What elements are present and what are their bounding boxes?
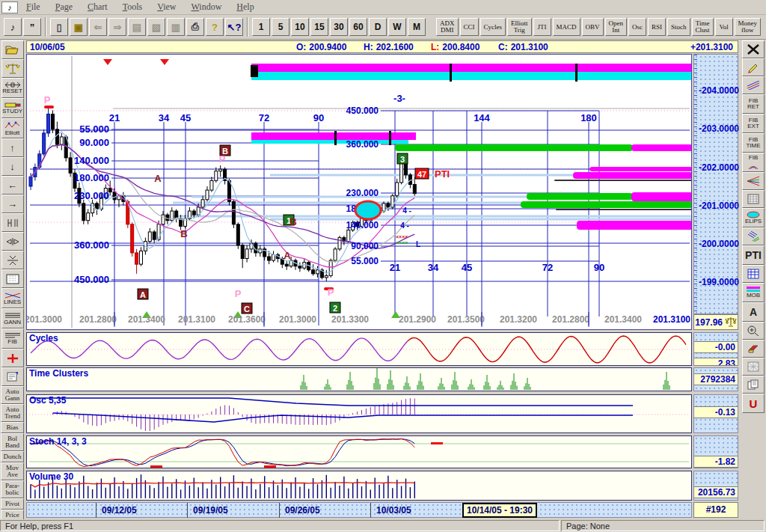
indicator-vol[interactable]: Vol (715, 18, 733, 36)
pencil-icon[interactable] (742, 58, 765, 76)
hatch-icon[interactable] (742, 227, 765, 245)
timeframe-10[interactable]: 10 (291, 18, 309, 36)
time-clusters-panel[interactable]: Time Clusters (26, 367, 692, 391)
menu-window[interactable]: Window (185, 0, 229, 14)
timeframe-60[interactable]: 60 (349, 18, 367, 36)
context-help-icon[interactable]: ↖? (225, 18, 243, 36)
status-help-text: For Help, press F1 (0, 520, 560, 531)
lines-icon[interactable]: LINES (1, 288, 24, 308)
compress-vertical-icon[interactable] (1, 251, 24, 269)
menu-view[interactable]: View (150, 0, 183, 14)
quotes-icon[interactable]: ” (23, 18, 41, 36)
blue-grid-icon[interactable] (742, 265, 765, 283)
arrow-down-icon[interactable]: ↓ (1, 157, 24, 176)
svg-text:C: C (244, 305, 250, 314)
cycles-value: -0.00 (694, 341, 738, 353)
menu-page[interactable]: Page (49, 0, 79, 14)
scales-icon[interactable] (724, 317, 738, 328)
sidebar-auto-trend-button[interactable]: AutoTrend (1, 404, 24, 422)
arrow-up-icon[interactable]: ↑ (1, 138, 24, 157)
mob-icon[interactable]: MOB (742, 283, 765, 302)
indicator-time-clust[interactable]: TimeClust (692, 18, 714, 36)
sidebar-donch-button[interactable]: Donch (1, 451, 24, 462)
dot-grid-icon[interactable] (1, 269, 24, 288)
save-icon[interactable]: ▣ (70, 18, 88, 36)
sidebar-para--bolic-button[interactable]: Para-bolic (1, 480, 24, 498)
indicator-open-int[interactable]: OpenInt (605, 18, 628, 36)
fib-lines-icon[interactable]: FIB (1, 328, 24, 349)
indicator-stoch[interactable]: Stoch (667, 18, 690, 36)
study-icon[interactable]: STUDY (1, 98, 24, 118)
expand-horizontal-icon[interactable] (1, 232, 24, 251)
svg-text:45: 45 (462, 262, 472, 273)
timeframe-15[interactable]: 15 (310, 18, 328, 36)
eraser-icon[interactable] (742, 340, 765, 358)
indicator-jti[interactable]: JTI (533, 18, 551, 36)
magnet-icon[interactable]: U (742, 394, 765, 413)
elliott-icon[interactable]: Elliott (1, 118, 24, 138)
close-icon[interactable] (742, 40, 765, 58)
chart-note-icon[interactable]: ♪ (4, 18, 22, 36)
fib-arc-icon[interactable]: FIB (742, 153, 765, 172)
indicator-elliott-trig[interactable]: ElliottTrig (507, 18, 532, 36)
print-icon[interactable]: ⎙ (186, 18, 204, 36)
indicator-obv[interactable]: OBV (582, 18, 604, 36)
price-scale[interactable]: -204.0000-203.0000-202.0000-201.0000-200… (693, 54, 738, 314)
indicator-adx-dmi[interactable]: ADXDMI (436, 18, 459, 36)
scales-icon[interactable] (1, 59, 24, 78)
menu-tools[interactable]: Tools (116, 0, 150, 14)
menu-file[interactable]: File (19, 0, 47, 14)
svg-text:140.000: 140.000 (74, 155, 109, 166)
timeframe-5[interactable]: 5 (272, 18, 289, 36)
osc-panel[interactable]: Osc 5,35 (26, 394, 692, 433)
indicator-cycles[interactable]: Cycles (480, 18, 506, 36)
menu-help[interactable]: Help (230, 0, 260, 14)
svg-text:90.000: 90.000 (351, 241, 379, 251)
sidebar-auto-gann-button[interactable]: AutoGann (1, 386, 24, 404)
timeframe-1[interactable]: 1 (252, 18, 270, 36)
arrow-left-icon[interactable]: ← (1, 176, 24, 195)
sidebar-mov-ave-button[interactable]: MovAve (1, 462, 24, 480)
indicator-money-flow[interactable]: Moneyflow (735, 18, 762, 36)
indicator-rsi[interactable]: RSI (648, 18, 666, 36)
menu-chart[interactable]: Chart (81, 0, 114, 14)
pages-icon[interactable] (742, 376, 765, 394)
sidebar-pivot-button[interactable]: Pivot (1, 498, 24, 510)
fan-lines-icon[interactable] (742, 172, 765, 190)
cycles-panel[interactable]: Cycles (26, 332, 692, 366)
timeframe-30[interactable]: 30 (330, 18, 348, 36)
open-folder-icon[interactable] (1, 40, 24, 59)
timeframe-M[interactable]: M (408, 18, 426, 36)
red-cross-icon[interactable] (1, 349, 24, 367)
indicator-cci[interactable]: CCI (460, 18, 479, 36)
indicator-macd[interactable]: MACD (553, 18, 580, 36)
chart-canvas[interactable]: 55.00090.000140.000180.000230.000360.000… (27, 55, 691, 329)
stoch-panel[interactable]: Stoch 14, 3, 3 (26, 435, 692, 468)
sidebar-bol-band-button[interactable]: BolBand (1, 433, 24, 451)
svg-text:201.2800: 201.2800 (552, 314, 589, 325)
new-page-icon[interactable]: ▯ (50, 18, 68, 36)
parallel-lines-icon[interactable] (742, 76, 765, 94)
fib-time-icon[interactable]: FIBTIME (742, 133, 765, 153)
indicator-osc[interactable]: Osc (628, 18, 646, 36)
pti-icon[interactable]: PTI (742, 245, 765, 265)
main-chart[interactable]: 55.00090.000140.000180.000230.000360.000… (26, 54, 692, 330)
ellipse-icon[interactable]: ELiPS (742, 208, 765, 227)
date-axis[interactable]: 10/14/05 - 19:30 09/12/0509/19/0509/26/0… (26, 502, 692, 518)
timeframe-D[interactable]: D (369, 18, 387, 36)
volume-panel[interactable]: Volume 30 (26, 471, 692, 501)
fib-retracement-icon[interactable]: FIBRET (742, 94, 765, 114)
bar-shift-icon[interactable] (1, 213, 24, 232)
help-icon[interactable]: ? (206, 18, 224, 36)
grid-icon[interactable] (742, 190, 765, 208)
zoom-icon[interactable] (742, 322, 765, 340)
delete-all-icon[interactable] (742, 358, 765, 376)
fib-extension-icon[interactable]: FIBEXT (742, 114, 765, 133)
text-tool-icon[interactable]: A (742, 302, 765, 322)
timeframe-W[interactable]: W (388, 18, 406, 36)
sidebar-bias-button[interactable]: Bias (1, 422, 24, 433)
gann-icon[interactable]: GANN (1, 308, 24, 328)
reset-icon[interactable]: RESET (1, 78, 24, 98)
properties-icon[interactable] (1, 367, 24, 386)
arrow-right-icon[interactable]: → (1, 195, 24, 213)
